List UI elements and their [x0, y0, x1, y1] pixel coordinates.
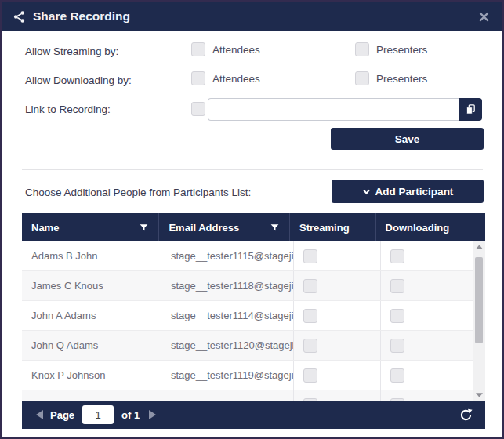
- link-checkbox[interactable]: [191, 102, 205, 116]
- scroll-down-icon[interactable]: [473, 390, 485, 401]
- streaming-presenters-checkbox[interactable]: [355, 42, 369, 56]
- table-header: Name Email Address Streaming Downloading: [22, 213, 485, 241]
- table-scrollbar[interactable]: [473, 241, 485, 401]
- dialog-titlebar: Share Recording: [2, 2, 502, 31]
- table-row: Adams B John stage__tester1115@stageji…: [22, 241, 473, 271]
- row-streaming-checkbox[interactable]: [303, 309, 317, 323]
- next-page-icon[interactable]: [146, 408, 158, 421]
- row-streaming-checkbox[interactable]: [303, 249, 317, 263]
- column-downloading-label: Downloading: [386, 222, 450, 234]
- section-divider: [22, 169, 483, 170]
- share-icon: [13, 10, 26, 24]
- filter-icon[interactable]: [139, 223, 149, 233]
- previous-page-icon[interactable]: [33, 408, 45, 421]
- add-participant-label: Add Participant: [375, 186, 454, 198]
- cell-name: James C Knous: [22, 271, 161, 300]
- dialog-title: Share Recording: [33, 9, 130, 24]
- cell-email: stage__tester1115@stageji…: [161, 241, 294, 270]
- cell-name: Knox P Johnson: [22, 361, 161, 390]
- table-row: Knox P Johnson stage__tester1119@stageji…: [22, 361, 473, 390]
- link-to-recording-label: Link to Recording:: [25, 103, 111, 115]
- cell-email: stage__tester1114@stageji…: [161, 301, 294, 330]
- row-downloading-checkbox[interactable]: [390, 309, 404, 323]
- save-button-label: Save: [395, 133, 420, 145]
- cell-name: John Q Adams: [22, 331, 161, 360]
- table-row: Mary B Johnson stage__tester1117@stageji…: [22, 390, 473, 401]
- row-downloading-checkbox[interactable]: [390, 339, 404, 353]
- streaming-attendees-label: Attendees: [212, 44, 260, 56]
- copy-link-button[interactable]: [459, 98, 482, 121]
- cell-email: stage__tester1118@stageji…: [161, 271, 294, 300]
- row-streaming-checkbox[interactable]: [303, 339, 317, 353]
- table-body: Adams B John stage__tester1115@stageji… …: [22, 241, 473, 401]
- column-header-downloading[interactable]: Downloading: [376, 213, 466, 241]
- add-participant-button[interactable]: Add Participant: [332, 180, 484, 203]
- pagination-bar: Page of 1: [22, 401, 485, 429]
- streaming-attendees-checkbox[interactable]: [191, 42, 205, 56]
- choose-participants-label: Choose Additional People from Participan…: [25, 187, 251, 198]
- page-number-input[interactable]: [82, 405, 114, 424]
- link-input[interactable]: [208, 98, 459, 121]
- page-of-label: of 1: [121, 409, 140, 421]
- refresh-icon[interactable]: [457, 406, 474, 423]
- cell-email: stage__tester1119@stageji…: [161, 361, 294, 390]
- scrollbar-thumb[interactable]: [475, 257, 483, 343]
- cell-name: John A Adams: [22, 301, 161, 330]
- copy-icon: [465, 103, 477, 115]
- streaming-presenters-label: Presenters: [376, 44, 427, 56]
- column-header-name[interactable]: Name: [22, 213, 159, 241]
- save-button[interactable]: Save: [331, 128, 484, 150]
- filter-icon[interactable]: [270, 223, 280, 233]
- table-row: John A Adams stage__tester1114@stageji…: [22, 301, 473, 331]
- allow-downloading-label: Allow Downloading by:: [25, 74, 132, 86]
- row-downloading-checkbox[interactable]: [390, 368, 404, 383]
- cell-email: stage__tester1117@stageji…: [161, 390, 294, 401]
- row-downloading-checkbox[interactable]: [390, 249, 404, 263]
- row-streaming-checkbox[interactable]: [303, 368, 317, 383]
- participants-table: Name Email Address Streaming Downloading: [22, 213, 485, 401]
- row-downloading-checkbox[interactable]: [390, 279, 404, 293]
- column-header-email[interactable]: Email Address: [159, 213, 290, 241]
- column-header-streaming[interactable]: Streaming: [290, 213, 376, 241]
- column-streaming-label: Streaming: [299, 222, 350, 234]
- allow-streaming-label: Allow Streaming by:: [25, 45, 118, 57]
- cell-email: stage__tester1120@stageji…: [161, 331, 294, 360]
- downloading-attendees-checkbox[interactable]: [191, 71, 205, 85]
- row-streaming-checkbox[interactable]: [303, 279, 317, 293]
- table-row: James C Knous stage__tester1118@stageji…: [22, 271, 473, 301]
- chevron-down-icon: [362, 187, 371, 196]
- table-row: John Q Adams stage__tester1120@stageji…: [22, 331, 473, 361]
- share-recording-dialog: Share Recording Allow Streaming by: Atte…: [0, 0, 504, 439]
- close-icon[interactable]: [476, 9, 491, 24]
- page-label: Page: [50, 409, 74, 421]
- cell-name: Adams B John: [22, 241, 161, 270]
- downloading-presenters-checkbox[interactable]: [355, 71, 369, 85]
- column-name-label: Name: [31, 222, 59, 234]
- scroll-up-icon[interactable]: [473, 241, 485, 252]
- downloading-presenters-label: Presenters: [376, 73, 427, 85]
- cell-name: Mary B Johnson: [22, 390, 161, 401]
- column-email-label: Email Address: [169, 222, 239, 234]
- downloading-attendees-label: Attendees: [212, 73, 260, 85]
